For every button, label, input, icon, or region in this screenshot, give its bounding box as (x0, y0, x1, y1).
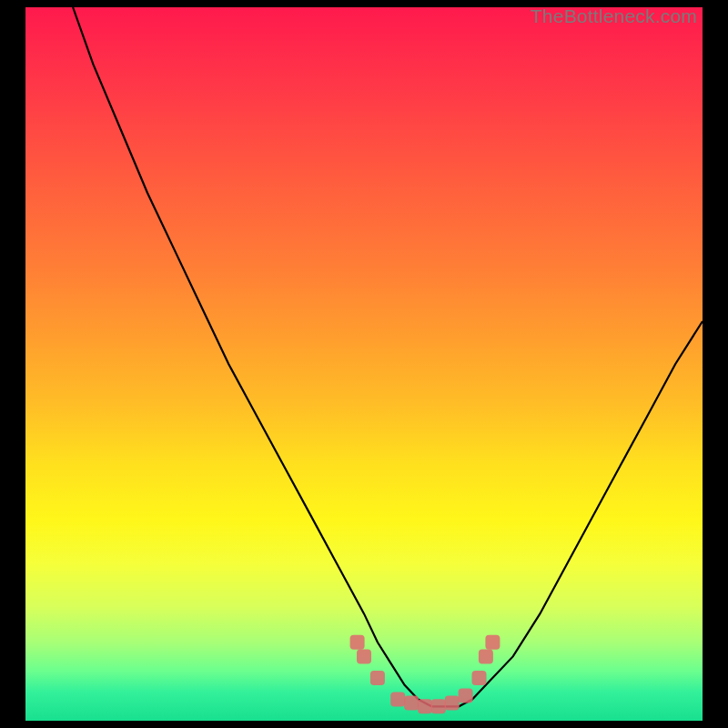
bottleneck-curve-svg (25, 7, 703, 721)
marker-group (350, 635, 500, 714)
highlight-marker (431, 699, 446, 713)
highlight-marker (418, 699, 432, 713)
highlight-marker (445, 695, 460, 710)
highlight-marker (370, 671, 385, 685)
highlight-marker (404, 695, 419, 710)
highlight-marker (485, 635, 500, 650)
highlight-marker (350, 635, 365, 650)
watermark-text: TheBottleneck.com (531, 5, 697, 27)
plot-area (25, 7, 703, 721)
highlight-marker (479, 649, 493, 663)
highlight-marker (390, 693, 405, 707)
chart-frame: TheBottleneck.com (0, 0, 728, 728)
highlight-marker (472, 671, 487, 685)
highlight-marker (459, 689, 473, 703)
highlight-marker (357, 649, 371, 663)
bottleneck-curve-path (73, 7, 703, 706)
